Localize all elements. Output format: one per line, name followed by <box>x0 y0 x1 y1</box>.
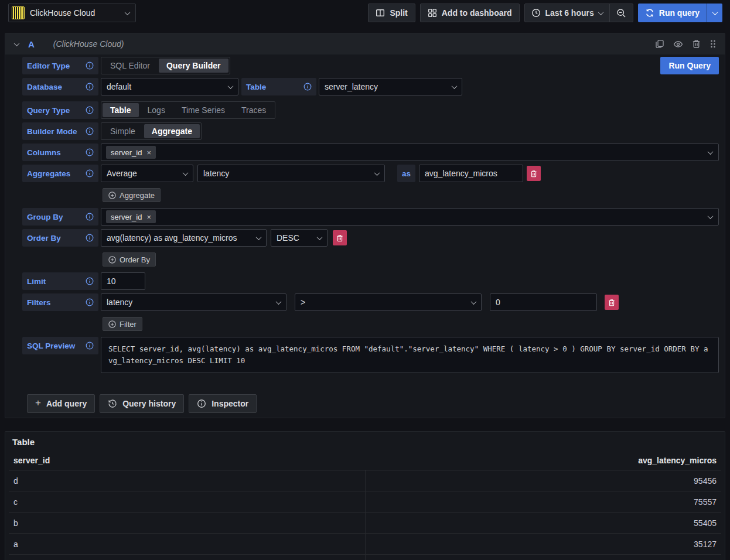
info-icon[interactable] <box>86 213 94 221</box>
limit-input[interactable] <box>101 272 145 290</box>
order-by-field-select[interactable]: avg(latency) as avg_latency_micros <box>101 229 267 247</box>
query-ref-id[interactable]: A <box>28 39 35 49</box>
explore-toolbar: ClickHouse Cloud Split Add to dashboard … <box>0 0 730 26</box>
info-icon[interactable] <box>86 298 94 306</box>
split-button[interactable]: Split <box>368 4 415 22</box>
columns-label: Columns <box>22 144 98 161</box>
aggregate-alias-input[interactable] <box>419 165 523 182</box>
trash-icon <box>530 170 537 177</box>
builder-mode-simple[interactable]: Simple <box>103 124 143 138</box>
query-type-toggle: Table Logs Time Series Traces <box>101 101 275 119</box>
trash-icon <box>336 234 343 242</box>
as-label: as <box>397 165 415 182</box>
info-icon[interactable] <box>86 62 94 70</box>
chevron-down-icon <box>125 9 131 15</box>
order-by-direction-select[interactable]: DESC <box>271 229 328 247</box>
editor-type-query-builder[interactable]: Query Builder <box>159 59 228 73</box>
clickhouse-logo-icon <box>12 6 25 19</box>
aggregates-label: Aggregates <box>22 165 98 182</box>
filters-label: Filters <box>22 293 98 311</box>
chevron-down-icon <box>183 170 189 176</box>
info-circle-icon <box>197 399 206 408</box>
chevron-down-icon <box>708 213 714 219</box>
plus-circle-icon <box>108 320 116 328</box>
eye-icon[interactable] <box>673 39 683 49</box>
table-select[interactable]: server_latency <box>319 78 462 95</box>
remove-aggregate-button[interactable] <box>527 166 541 181</box>
database-label: Database <box>22 78 98 95</box>
query-type-time-series[interactable]: Time Series <box>174 103 233 117</box>
filter-operator-select[interactable]: > <box>295 293 482 311</box>
info-icon[interactable] <box>86 277 94 285</box>
collapse-caret-icon[interactable] <box>14 40 20 46</box>
query-type-label: Query Type <box>22 101 98 119</box>
table-label: Table <box>241 78 316 95</box>
run-query-button[interactable]: Run query <box>638 4 707 22</box>
magnifier-minus-icon <box>616 8 626 18</box>
order-by-label: Order By <box>22 229 98 247</box>
info-icon[interactable] <box>86 83 94 91</box>
chevron-down-icon <box>708 149 714 155</box>
database-select[interactable]: default <box>101 78 238 95</box>
info-icon[interactable] <box>86 234 94 242</box>
add-query-button[interactable]: + Add query <box>27 394 95 413</box>
info-icon[interactable] <box>86 148 94 156</box>
plus-icon: + <box>35 397 41 409</box>
table-row[interactable]: d 95456 <box>9 470 721 491</box>
query-row-header[interactable]: A (ClickHouse Cloud) <box>5 33 725 54</box>
group-by-multiselect[interactable]: server_id × <box>101 208 719 226</box>
table-header-row: server_id avg_latency_micros <box>9 450 721 470</box>
filter-value-input[interactable] <box>490 293 597 311</box>
remove-chip-icon[interactable]: × <box>146 149 151 156</box>
add-aggregate-button[interactable]: Aggregate <box>103 188 161 202</box>
columns-chip-server-id: server_id × <box>106 146 156 159</box>
plus-circle-icon <box>108 256 116 264</box>
remove-chip-icon[interactable]: × <box>146 213 151 221</box>
info-icon[interactable] <box>86 127 94 135</box>
duplicate-icon[interactable] <box>655 39 664 49</box>
query-history-button[interactable]: Query history <box>100 394 184 413</box>
column-header-server-id[interactable]: server_id <box>9 456 365 465</box>
add-order-by-button[interactable]: Order By <box>103 252 156 267</box>
add-filter-button[interactable]: Filter <box>103 317 142 331</box>
add-to-dashboard-button[interactable]: Add to dashboard <box>420 4 520 22</box>
drag-handle-icon[interactable] <box>709 39 717 49</box>
limit-label: Limit <box>22 272 98 290</box>
filter-column-select[interactable]: latency <box>101 293 286 311</box>
remove-order-by-button[interactable] <box>333 230 347 245</box>
clock-icon <box>531 8 541 18</box>
zoom-out-button[interactable] <box>609 4 633 22</box>
editor-type-toggle: SQL Editor Query Builder <box>101 57 230 74</box>
builder-mode-aggregate[interactable]: Aggregate <box>144 124 200 138</box>
table-row[interactable]: c 75557 <box>9 491 721 513</box>
run-query-panel-button[interactable]: Run Query <box>660 57 719 74</box>
table-row[interactable]: a 35127 <box>9 534 721 555</box>
time-range-picker[interactable]: Last 6 hours <box>525 4 609 22</box>
query-type-traces[interactable]: Traces <box>234 103 274 117</box>
info-icon[interactable] <box>86 106 94 114</box>
query-type-logs[interactable]: Logs <box>140 103 173 117</box>
table-panel-title: Table <box>5 432 725 450</box>
remove-filter-button[interactable] <box>605 295 619 310</box>
column-header-avg-latency-micros[interactable]: avg_latency_micros <box>365 456 721 465</box>
editor-type-sql-editor[interactable]: SQL Editor <box>103 59 158 73</box>
info-icon[interactable] <box>86 342 94 350</box>
datasource-picker[interactable]: ClickHouse Cloud <box>8 4 136 22</box>
group-by-chip-server-id: server_id × <box>106 210 156 223</box>
trash-icon[interactable] <box>692 39 701 49</box>
builder-mode-toggle: Simple Aggregate <box>101 122 202 140</box>
aggregate-function-select[interactable]: Average <box>101 165 193 182</box>
info-icon[interactable] <box>86 169 94 177</box>
run-query-options-caret[interactable] <box>707 4 722 22</box>
columns-multiselect[interactable]: server_id × <box>101 144 719 161</box>
query-editor-panel: A (ClickHouse Cloud) Editor Type SQL Edi… <box>5 33 725 418</box>
editor-type-label: Editor Type <box>22 57 98 74</box>
sql-preview-code[interactable]: SELECT server_id, avg(latency) as avg_la… <box>101 337 719 373</box>
builder-mode-label: Builder Mode <box>22 122 98 140</box>
aggregate-column-select[interactable]: latency <box>197 165 385 182</box>
table-row[interactable]: b 55405 <box>9 513 721 534</box>
chevron-down-icon <box>374 170 380 176</box>
info-icon[interactable] <box>303 83 312 91</box>
inspector-button[interactable]: Inspector <box>189 394 257 413</box>
query-type-table[interactable]: Table <box>103 103 139 117</box>
